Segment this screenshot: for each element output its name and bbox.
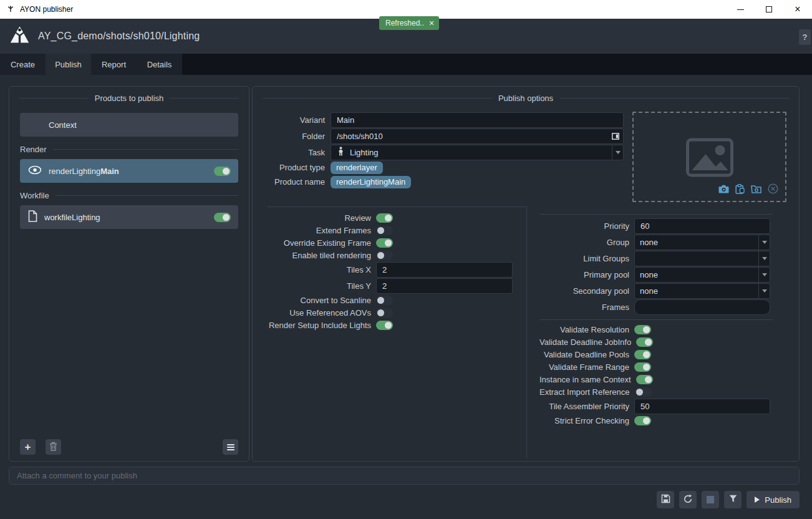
eye-icon: [28, 165, 42, 177]
play-icon: [755, 497, 760, 503]
publish-options-panel: Publish options Variant Folder Task: [252, 86, 800, 462]
strict-error-checking-toggle[interactable]: [634, 416, 651, 425]
product-item-label: workfileLighting: [44, 213, 100, 222]
tab-create[interactable]: Create: [0, 54, 46, 75]
paste-clipboard-icon[interactable]: [735, 184, 745, 196]
toast-close-icon[interactable]: ×: [429, 19, 434, 27]
folder-label: Folder: [268, 132, 325, 141]
refresh-icon: [683, 494, 693, 506]
tile-assembler-priority-input[interactable]: [634, 399, 770, 414]
comment-input[interactable]: [9, 467, 800, 485]
publish-options-title: Publish options: [263, 92, 789, 104]
validate-deadline-jobinfo-toggle[interactable]: [636, 337, 653, 347]
person-icon: [337, 147, 344, 158]
publish-button[interactable]: Publish: [747, 491, 800, 508]
products-panel-title: Products to publish: [19, 92, 239, 104]
tab-bar: Create Publish Report Details: [0, 54, 812, 75]
render-setup-include-lights-toggle[interactable]: [376, 321, 393, 330]
add-product-button[interactable]: +: [20, 439, 36, 455]
save-button[interactable]: [657, 491, 674, 508]
product-type-label: Product type: [268, 163, 325, 172]
main-content: Products to publish Context Render rende…: [0, 75, 812, 519]
tab-report[interactable]: Report: [91, 54, 137, 75]
chevron-down-icon[interactable]: [758, 235, 770, 250]
clear-thumbnail-icon[interactable]: [768, 183, 778, 196]
secondary-pool-select[interactable]: none: [634, 283, 770, 299]
product-item-workfile[interactable]: workfileLighting: [20, 205, 238, 229]
tab-details[interactable]: Details: [137, 54, 182, 75]
farm-options-column: Priority Groupnone Limit Groups Primary …: [526, 206, 799, 458]
use-referenced-aovs-toggle[interactable]: [376, 308, 393, 318]
variant-label: Variant: [268, 115, 325, 125]
tab-publish[interactable]: Publish: [46, 54, 91, 75]
override-existing-frame-toggle[interactable]: [376, 238, 393, 248]
filter-icon: [729, 495, 737, 505]
trash-icon: [49, 442, 57, 453]
primary-pool-select[interactable]: none: [634, 267, 770, 283]
workfile-group-label: Workfile: [20, 191, 238, 200]
ayon-logo-icon: [10, 26, 29, 46]
frames-input[interactable]: [634, 299, 770, 315]
folder-input[interactable]: [331, 129, 624, 144]
list-menu-button[interactable]: [223, 439, 238, 455]
help-button[interactable]: ?: [799, 29, 811, 45]
product-name-label: Product name: [268, 177, 325, 187]
stop-icon: [707, 496, 714, 503]
toast-text: Refreshed..: [385, 19, 424, 27]
hamburger-icon: [227, 444, 234, 450]
stop-button[interactable]: [702, 491, 719, 508]
validate-deadline-pools-toggle[interactable]: [634, 350, 651, 359]
product-type-badge: renderlayer: [331, 162, 383, 174]
window-title: AYON publisher: [20, 5, 73, 14]
screengrab-camera-icon[interactable]: [718, 185, 729, 195]
renderlighting-toggle[interactable]: [214, 167, 231, 176]
limit-groups-select[interactable]: [634, 251, 770, 266]
chevron-down-icon[interactable]: [758, 251, 770, 266]
chevron-down-icon[interactable]: [612, 145, 623, 160]
task-label: Task: [268, 148, 325, 157]
products-panel: Products to publish Context Render rende…: [9, 86, 249, 462]
review-toggle[interactable]: [376, 213, 393, 223]
context-item[interactable]: Context: [20, 113, 238, 137]
instance-options-column: Review Extend Frames Override Existing F…: [268, 206, 526, 331]
browse-folder-icon[interactable]: [751, 185, 761, 195]
priority-input[interactable]: [634, 218, 770, 234]
instance-in-same-context-toggle[interactable]: [636, 375, 653, 384]
chevron-down-icon[interactable]: [758, 268, 770, 282]
chevron-down-icon[interactable]: [758, 284, 770, 298]
close-button[interactable]: ×: [783, 0, 812, 19]
maximize-button[interactable]: [755, 0, 783, 19]
context-path: AY_CG_demo/shots/sh010/Lighting: [38, 31, 200, 42]
tiles-y-input[interactable]: [376, 278, 513, 294]
product-item-label: renderLightingMain: [49, 167, 119, 176]
delete-product-button[interactable]: [46, 439, 61, 455]
folder-browse-icon[interactable]: [612, 132, 619, 142]
task-select[interactable]: Lighting: [331, 145, 624, 160]
group-select[interactable]: none: [634, 235, 770, 250]
workfile-toggle[interactable]: [214, 213, 231, 222]
product-name-badge: renderLightingMain: [331, 176, 411, 188]
enable-tiled-rendering-toggle[interactable]: [376, 251, 393, 260]
app-icon: [6, 5, 15, 14]
validate-resolution-toggle[interactable]: [634, 325, 651, 334]
reset-button[interactable]: [679, 491, 697, 508]
file-icon: [28, 210, 37, 224]
publish-button-label: Publish: [765, 495, 791, 505]
product-item-renderlighting[interactable]: renderLightingMain: [20, 159, 238, 183]
minimize-button[interactable]: [726, 0, 755, 19]
thumbnail-dropzone[interactable]: [632, 112, 786, 202]
task-value: Lighting: [350, 148, 379, 157]
extract-import-reference-toggle[interactable]: [635, 387, 652, 397]
refreshed-toast: Refreshed.. ×: [379, 16, 439, 30]
convert-to-scanline-toggle[interactable]: [376, 296, 393, 305]
render-group-label: Render: [20, 145, 238, 154]
image-placeholder-icon: [685, 138, 733, 179]
validate-frame-range-toggle[interactable]: [634, 362, 651, 372]
extend-frames-toggle[interactable]: [376, 226, 393, 235]
save-icon: [661, 494, 670, 505]
tiles-x-input[interactable]: [376, 262, 513, 278]
filter-button[interactable]: [724, 491, 742, 508]
variant-input[interactable]: [331, 112, 624, 128]
